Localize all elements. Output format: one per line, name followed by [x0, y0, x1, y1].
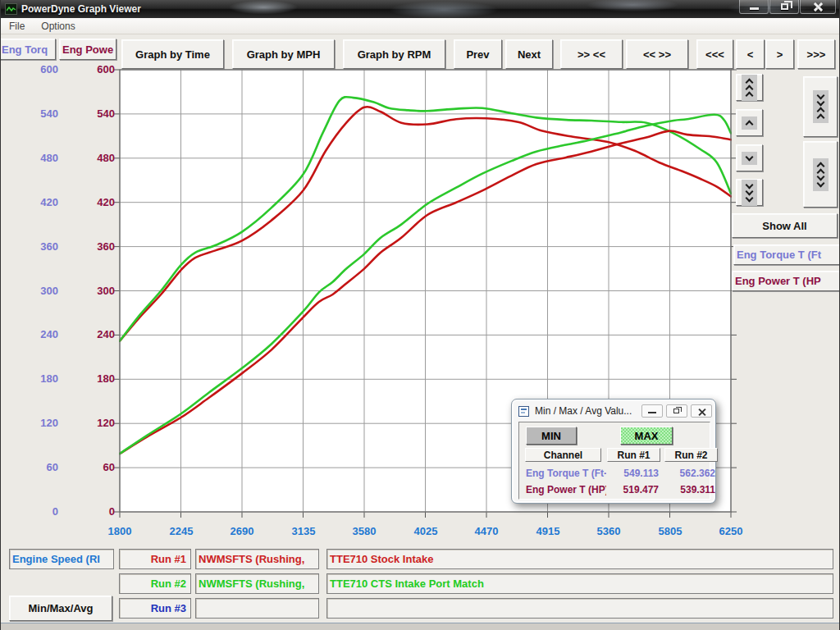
- menu-options[interactable]: Options: [33, 19, 83, 34]
- y-axis-label-torque: 480: [9, 152, 58, 164]
- x-axis-label-rpm: 2690: [217, 525, 267, 537]
- minmax-window-title: Min / Max / Avg Valu...: [535, 405, 632, 417]
- minmax-restore-button[interactable]: [666, 404, 687, 418]
- menu-file[interactable]: File: [1, 19, 33, 34]
- min-toggle-button[interactable]: MIN: [526, 427, 577, 445]
- torque-channel-button[interactable]: Eng Torque T (Ft: [733, 244, 840, 265]
- minimize-icon: [750, 7, 759, 10]
- pan-right-fast-button[interactable]: >>>: [797, 39, 835, 69]
- minmax-title-bar[interactable]: Min / Max / Avg Valu...: [515, 403, 712, 419]
- run2-file-box: NWMSFTS (Rushing,: [195, 573, 319, 594]
- minimize-icon: [648, 412, 656, 413]
- minmax-window[interactable]: Min / Max / Avg Valu... MIN MAX Channel …: [511, 399, 716, 504]
- minimize-button[interactable]: [739, 0, 769, 14]
- zoom-out-x-button[interactable]: << >>: [626, 39, 688, 69]
- x-axis-label-rpm: 4470: [462, 525, 511, 537]
- power-axis-button[interactable]: Eng Powe: [59, 39, 116, 60]
- y-pan-up-button[interactable]: [736, 109, 763, 136]
- x-axis-label-rpm: 3135: [279, 525, 328, 537]
- x-axis-label-rpm: 2245: [157, 525, 206, 537]
- chevron-up-icon: [742, 116, 757, 130]
- y-zoom-out-button[interactable]: [803, 141, 838, 208]
- torque-axis-button[interactable]: Eng Torq: [0, 39, 56, 60]
- x-axis-label-rpm: 5805: [646, 525, 695, 537]
- y-axis-label-torque: 180: [9, 372, 58, 385]
- minmax-close-button[interactable]: [691, 404, 712, 418]
- next-button[interactable]: Next: [505, 39, 553, 69]
- minmax-minimize-button[interactable]: [641, 404, 663, 418]
- y-axis-label-torque: 300: [9, 285, 58, 297]
- power-channel-button[interactable]: Eng Power T (HP: [732, 271, 840, 291]
- run2-label-box: Run #2: [119, 573, 191, 594]
- show-all-button[interactable]: Show All: [732, 213, 838, 238]
- minmax-row-run1-value: 519.477: [607, 484, 659, 496]
- x-axis-label-rpm: 3580: [340, 525, 389, 537]
- column-header-run2[interactable]: Run #2: [664, 448, 718, 462]
- graph-by-mph-button[interactable]: Graph by MPH: [232, 39, 335, 69]
- restore-icon: [781, 3, 788, 10]
- y-axis-label-power: 420: [66, 196, 115, 208]
- y-axis-label-power: 600: [66, 63, 115, 75]
- y-zoom-in-button[interactable]: [803, 76, 838, 137]
- title-bar[interactable]: PowerDyne Graph Viewer: [1, 0, 840, 18]
- x-axis-label-rpm: 6250: [706, 525, 756, 537]
- graph-by-rpm-button[interactable]: Graph by RPM: [343, 39, 445, 69]
- run3-file-box: [195, 598, 319, 619]
- y-axis-label-power: 480: [66, 152, 115, 164]
- chevrons-inward-icon: [813, 90, 829, 123]
- minmax-row-channel: Eng Power T (HP): [526, 484, 606, 496]
- run1-file-box: NWMSFTS (Rushing,: [195, 549, 319, 569]
- triple-chevron-down-icon: [742, 180, 757, 206]
- y-axis-label-power: 0: [66, 505, 115, 518]
- run1-description-box: TTE710 Stock Intake: [326, 549, 833, 569]
- y-axis-label-power: 180: [66, 372, 115, 385]
- run1-label-box: Run #1: [119, 549, 191, 569]
- zoom-in-x-button[interactable]: >> <<: [560, 39, 623, 69]
- close-icon: [698, 408, 707, 417]
- y-axis-label-torque: 600: [9, 63, 58, 75]
- pan-right-button[interactable]: >: [765, 39, 794, 69]
- minmaxavg-button[interactable]: Min/Max/Avg: [9, 596, 112, 621]
- run3-label-box: Run #3: [119, 598, 191, 619]
- restore-button[interactable]: [769, 0, 799, 14]
- triple-chevron-up-icon: [742, 75, 757, 101]
- y-axis-label-torque: 240: [9, 328, 58, 340]
- run3-description-box: [326, 598, 833, 619]
- window-title: PowerDyne Graph Viewer: [21, 3, 141, 15]
- y-pan-up-fast-button[interactable]: [736, 74, 763, 101]
- app-icon: [5, 3, 17, 15]
- y-axis-label-power: 360: [66, 240, 115, 253]
- prev-button[interactable]: Prev: [454, 39, 502, 69]
- y-axis-label-torque: 540: [9, 107, 58, 120]
- y-axis-label-power: 120: [66, 417, 115, 429]
- chevron-down-icon: [742, 152, 757, 165]
- y-axis-label-torque: 0: [9, 505, 58, 518]
- powerdyne-window: PowerDyne Graph Viewer File Options Eng …: [0, 0, 840, 630]
- y-axis-label-torque: 420: [9, 196, 58, 208]
- max-toggle-button[interactable]: MAX: [620, 427, 673, 445]
- x-axis-label-rpm: 4025: [401, 525, 450, 537]
- x-axis-label-rpm: 1800: [95, 525, 144, 537]
- minmax-window-icon: [518, 406, 529, 417]
- y-axis-label-torque: 360: [9, 240, 58, 253]
- pan-left-button[interactable]: <: [736, 39, 765, 69]
- chevrons-outward-icon: [813, 158, 829, 191]
- y-axis-label-power: 60: [66, 461, 115, 473]
- x-axis-label-rpm: 5360: [584, 525, 633, 537]
- x-axis-channel-box[interactable]: Engine Speed (RI: [9, 549, 114, 569]
- minmax-row-run1-value: 549.113: [607, 468, 659, 480]
- y-axis-label-power: 300: [66, 285, 115, 297]
- close-button[interactable]: [800, 0, 836, 14]
- y-pan-down-button[interactable]: [736, 144, 763, 171]
- y-axis-label-power: 240: [66, 328, 115, 340]
- window-bottom-frame: [1, 623, 840, 630]
- menu-bar: File Options: [1, 18, 840, 34]
- restore-icon: [673, 409, 679, 413]
- column-header-channel[interactable]: Channel: [525, 448, 601, 462]
- y-axis-label-torque: 60: [9, 461, 58, 473]
- column-header-run1[interactable]: Run #1: [607, 448, 660, 462]
- graph-by-time-button[interactable]: Graph by Time: [121, 39, 224, 69]
- pan-left-fast-button[interactable]: <<<: [696, 39, 733, 69]
- y-pan-down-fast-button[interactable]: [736, 179, 763, 206]
- run2-description-box: TTE710 CTS Intake Port Match: [326, 573, 833, 594]
